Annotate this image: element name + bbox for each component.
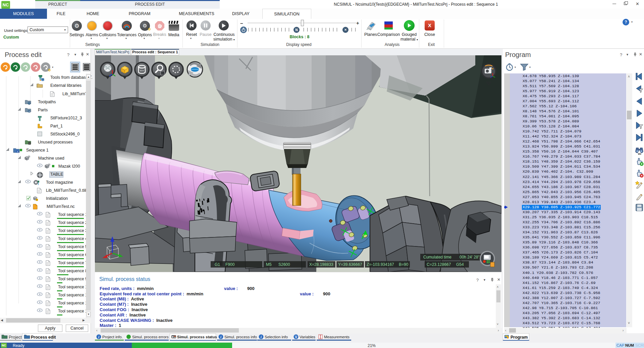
svg-text:V: V [295, 335, 297, 339]
svg-text:i: i [220, 335, 221, 339]
svg-text:Y=39.636667: Y=39.636667 [338, 262, 362, 267]
svg-text:i: i [98, 335, 99, 339]
svg-text:CAD: CAD [28, 111, 31, 112]
svg-text:X=28.198833: X=28.198833 [309, 262, 333, 267]
svg-text:F900: F900 [225, 262, 235, 267]
svg-text:S: S [17, 151, 18, 153]
svg-text:G54: G54 [456, 262, 464, 267]
svg-text:i: i [261, 335, 262, 339]
svg-text:TT: TT [28, 102, 30, 104]
svg-text:Z=-103.934167: Z=-103.934167 [367, 262, 394, 267]
svg-text:Cumulated time: Cumulated time [423, 255, 451, 259]
svg-text:C=23.128667: C=23.128667 [427, 262, 451, 267]
svg-text:M5: M5 [266, 262, 272, 267]
svg-text:G1: G1 [215, 262, 220, 267]
svg-text:B=90: B=90 [399, 262, 409, 267]
svg-text:S2600: S2600 [278, 262, 290, 267]
svg-text:00h 24' 28": 00h 24' 28" [460, 255, 480, 259]
